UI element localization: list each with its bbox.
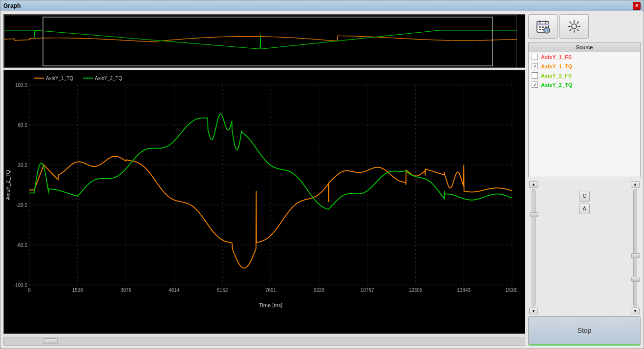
gear-icon [566,19,582,34]
source-label-axisy1tq: AxisY_1_TQ [541,63,572,69]
source-label-axisy2tq: AxisY_2_TQ [541,82,572,88]
stop-label: Stop [578,327,592,334]
source-label-axisy2fs: AxisY_2_FS [541,73,572,79]
calendar-icon: + [535,19,551,34]
source-label-axisy1fs: AxisY_1_FS [541,54,572,60]
svg-point-11 [572,24,577,29]
stop-button[interactable]: Stop [528,316,641,346]
source-item-axisy1tq[interactable]: ✓ AxisY_1_TQ [529,62,640,71]
svg-rect-1 [537,23,549,25]
c-button[interactable]: C [579,191,590,202]
slider-thumb-right-bottom[interactable] [631,277,640,282]
checkbox-axisy1tq[interactable]: ✓ [532,63,538,69]
overview-chart[interactable] [3,14,525,68]
calendar-button[interactable]: + [528,14,558,39]
source-item-axisy1fs[interactable]: AxisY_1_FS [529,52,640,62]
svg-rect-5 [542,26,544,28]
source-item-axisy2tq[interactable]: ✓ AxisY_2_TQ [529,80,640,89]
settings-button[interactable] [559,14,589,39]
slider-track-left[interactable] [532,189,536,307]
source-item-axisy2fs[interactable]: AxisY_2_FS [529,71,640,80]
ca-panel: C A [541,181,628,315]
svg-text:+: + [546,29,548,33]
checkbox-axisy2tq[interactable]: ✓ [532,82,538,88]
svg-rect-4 [539,26,541,28]
checkbox-axisy2fs[interactable] [532,72,538,79]
source-header: Source [529,43,640,52]
source-panel: Source AxisY_1_FS ✓ AxisY_1_TQ AxisY_2_F… [528,42,641,177]
left-slider-panel: ▲ ▼ [528,181,539,315]
slider-track-right[interactable] [633,189,637,307]
right-slider-panel: ▲ ▼ [630,181,641,315]
window-title: Graph [3,2,21,9]
slider2-down-btn[interactable]: ▼ [631,308,640,314]
slider2-up-btn[interactable]: ▲ [631,181,640,188]
slider-thumb-right-top[interactable] [631,253,640,258]
main-chart[interactable] [3,70,525,334]
graph-area [3,14,525,346]
scrollbar-thumb[interactable] [43,338,58,344]
sidebar: + Source AxisY_1_FS ✓ [528,14,641,346]
main-window: Graph ✕ [0,0,644,349]
close-button[interactable]: ✕ [633,2,641,10]
checkbox-axisy1fs[interactable] [532,54,538,60]
horizontal-scrollbar[interactable] [3,337,525,346]
svg-rect-7 [539,29,541,30]
slider-thumb-left[interactable] [530,212,538,217]
slider-up-btn[interactable]: ▲ [529,181,538,188]
title-bar: Graph ✕ [0,0,644,11]
toolbar-row: + [528,14,641,39]
slider-down-btn[interactable]: ▼ [529,308,538,314]
a-button[interactable]: A [579,204,590,214]
